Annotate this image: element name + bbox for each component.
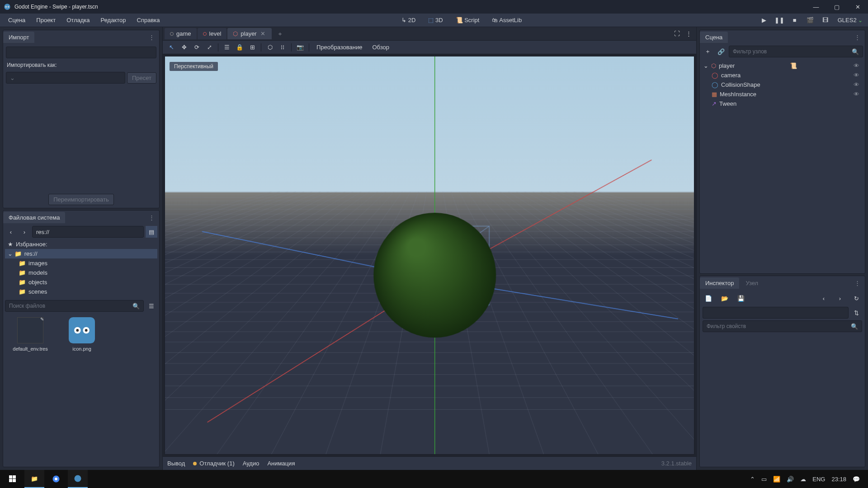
snap-icon[interactable]: ⁞⁞ (277, 42, 288, 53)
property-filter-input[interactable] (707, 323, 851, 329)
tray-volume-icon[interactable]: 🔊 (787, 476, 794, 483)
filesystem-split-button[interactable]: ▤ (146, 226, 157, 238)
inspector-menu-icon[interactable]: ⋮ (851, 280, 864, 286)
list-select-icon[interactable]: ☰ (221, 42, 233, 53)
renderer-selector[interactable]: GLES2 ⌄ (835, 17, 865, 23)
instance-scene-button[interactable]: 🔗 (715, 46, 727, 57)
node-camera[interactable]: ◯ camera👁 (702, 70, 863, 80)
tray-onedrive-icon[interactable]: ☁ (800, 476, 806, 483)
inspector-tab[interactable]: Инспектор (700, 277, 739, 289)
inspector-expand-icon[interactable]: ⇅ (850, 307, 862, 319)
add-node-button[interactable]: ＋ (702, 46, 713, 57)
new-scene-tab-button[interactable]: ＋ (273, 28, 288, 40)
window-close-button[interactable]: ✕ (847, 0, 868, 14)
filesystem-tab[interactable]: Файловая система (3, 212, 65, 223)
scene-tab-player[interactable]: ⬡player✕ (227, 28, 271, 39)
node-tab[interactable]: Узел (740, 277, 764, 289)
tray-clock[interactable]: 23:18 (831, 476, 846, 483)
perspective-label[interactable]: Перспективный (170, 62, 218, 71)
window-maximize-button[interactable]: ▢ (826, 0, 847, 14)
taskbar-explorer-icon[interactable]: 📁 (24, 470, 44, 488)
visibility-icon[interactable]: 👁 (852, 81, 861, 88)
tray-battery-icon[interactable]: ▭ (761, 476, 767, 483)
node-tween[interactable]: ↗ Tween (702, 99, 863, 108)
filesystem-back-button[interactable]: ‹ (5, 226, 17, 238)
view-menu[interactable]: Обзор (368, 42, 394, 52)
node-player[interactable]: ⌄ ⬡ player📜👁 (702, 61, 863, 70)
menu-editor[interactable]: Редактор (95, 14, 132, 26)
visibility-icon[interactable]: 👁 (852, 62, 861, 69)
filesystem-panel-menu-icon[interactable]: ⋮ (145, 214, 158, 221)
filesystem-folder-objects[interactable]: 📁 objects (5, 277, 157, 287)
scale-tool-icon[interactable]: ⤢ (203, 42, 215, 53)
inspector-load-resource-icon[interactable]: 📂 (719, 292, 731, 304)
local-space-icon[interactable]: ⬡ (264, 42, 276, 53)
play-custom-scene-button[interactable]: 🎞 (820, 14, 831, 26)
import-source-field[interactable] (6, 47, 156, 58)
node-filter-field[interactable]: 🔍 (729, 46, 863, 57)
tray-notifications-icon[interactable]: 💬 (853, 476, 860, 483)
visibility-icon[interactable]: 👁 (852, 72, 861, 79)
visibility-icon[interactable]: 👁 (852, 91, 861, 98)
tray-chevron-up-icon[interactable]: ⌃ (750, 476, 755, 483)
close-tab-icon[interactable]: ✕ (259, 30, 266, 37)
import-type-dropdown[interactable]: ⌄ (6, 72, 125, 84)
scene-tab-menu-icon[interactable]: ⋮ (683, 28, 694, 40)
inspector-object-field[interactable] (703, 307, 849, 319)
stop-button[interactable]: ■ (789, 14, 801, 26)
menu-debug[interactable]: Отладка (61, 14, 95, 26)
node-meshinstance[interactable]: ▦ MeshInstance👁 (702, 89, 863, 99)
scene-tab-level[interactable]: level (198, 28, 227, 39)
move-tool-icon[interactable]: ✥ (178, 42, 190, 53)
file-thumb-default-env[interactable]: ✎ default_env.tres (9, 317, 52, 461)
taskbar-godot-icon[interactable] (68, 470, 88, 488)
filesystem-folder-images[interactable]: 📁 images (5, 258, 157, 268)
inspector-history-back-icon[interactable]: ‹ (818, 292, 830, 304)
taskbar-chrome-icon[interactable] (46, 470, 66, 488)
animation-tab[interactable]: Анимация (267, 460, 295, 467)
debugger-tab[interactable]: Отладчик (1) (193, 460, 234, 467)
filesystem-folder-scenes[interactable]: 📁 scenes (5, 287, 157, 296)
inspector-history-icon[interactable]: ↻ (850, 292, 862, 304)
group-icon[interactable]: ⊞ (246, 42, 258, 53)
scene-dock-menu-icon[interactable]: ⋮ (851, 34, 864, 41)
filesystem-search-input[interactable] (9, 303, 132, 309)
filesystem-tree-root[interactable]: ⌄ 📁 res:// (5, 249, 157, 258)
workspace-assetlib[interactable]: 🛍 AssetLib (486, 14, 527, 26)
node-collisionshape[interactable]: ◯ CollisionShape👁 (702, 80, 863, 89)
filesystem-path-field[interactable]: res:// (32, 226, 144, 238)
3d-viewport[interactable]: Перспективный (165, 56, 694, 455)
menu-help[interactable]: Справка (132, 14, 165, 26)
scene-dock-tab[interactable]: Сцена (700, 32, 728, 43)
import-panel-menu-icon[interactable]: ⋮ (145, 34, 158, 41)
node-filter-input[interactable] (733, 48, 852, 55)
filesystem-favorites[interactable]: ★ Избранное: (5, 239, 157, 249)
scene-tab-game[interactable]: game (165, 28, 197, 39)
filesystem-search-field[interactable]: 🔍 (5, 300, 144, 312)
workspace-script[interactable]: 📜 Script (450, 14, 485, 26)
tray-language[interactable]: ENG (812, 476, 825, 483)
reimport-button[interactable]: Переимпортировать (48, 194, 114, 205)
window-minimize-button[interactable]: — (806, 0, 826, 14)
menu-scene[interactable]: Сцена (3, 14, 31, 26)
workspace-2d[interactable]: ↳ 2D (396, 14, 421, 26)
play-scene-button[interactable]: 🎬 (804, 14, 816, 26)
workspace-3d[interactable]: ⬚ 3D (423, 14, 448, 26)
rotate-tool-icon[interactable]: ⟳ (191, 42, 203, 53)
file-thumb-icon-png[interactable]: icon.png (60, 317, 104, 461)
script-icon[interactable]: 📜 (788, 62, 799, 69)
property-filter-field[interactable]: 🔍 (703, 320, 862, 332)
start-button[interactable] (3, 470, 23, 488)
play-button[interactable]: ▶ (758, 14, 770, 26)
inspector-save-resource-icon[interactable]: 💾 (735, 292, 747, 304)
lock-icon[interactable]: 🔒 (234, 42, 245, 53)
pause-button[interactable]: ❚❚ (774, 14, 785, 26)
inspector-history-forward-icon[interactable]: › (834, 292, 846, 304)
import-tab[interactable]: Импорт (3, 32, 34, 43)
filesystem-forward-button[interactable]: › (19, 226, 30, 238)
distraction-free-button[interactable]: ⛶ (671, 28, 683, 40)
filesystem-folder-models[interactable]: 📁 models (5, 268, 157, 277)
camera-override-icon[interactable]: 📷 (294, 42, 306, 53)
menu-project[interactable]: Проект (31, 14, 61, 26)
inspector-new-resource-icon[interactable]: 📄 (703, 292, 714, 304)
